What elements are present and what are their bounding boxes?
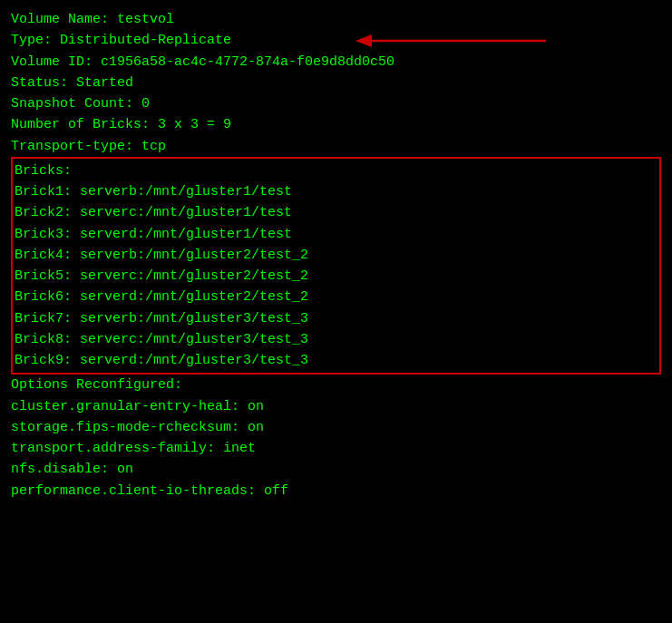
option-client-io-threads: performance.client-io-threads: off bbox=[11, 481, 661, 501]
line-type: Type: Distributed-Replicate bbox=[11, 30, 661, 51]
brick-4: Brick4: serverb:/mnt/gluster2/test_2 bbox=[13, 245, 659, 266]
option-nfs-disable: nfs.disable: on bbox=[11, 459, 661, 480]
bricks-header: Bricks: bbox=[13, 161, 659, 181]
line-volume-id: Volume ID: c1956a58-ac4c-4772-874a-f0e9d… bbox=[11, 52, 661, 73]
brick-3: Brick3: serverd:/mnt/gluster1/test bbox=[13, 224, 659, 245]
brick-2: Brick2: serverc:/mnt/gluster1/test bbox=[13, 202, 659, 223]
brick-9: Brick9: serverd:/mnt/gluster3/test_3 bbox=[13, 350, 659, 371]
bricks-section: Bricks: Brick1: serverb:/mnt/gluster1/te… bbox=[11, 157, 661, 375]
line-status: Status: Started bbox=[11, 73, 661, 93]
option-granular-entry-heal: cluster.granular-entry-heal: on bbox=[11, 396, 661, 417]
brick-5: Brick5: serverc:/mnt/gluster2/test_2 bbox=[13, 266, 659, 287]
brick-8: Brick8: serverc:/mnt/gluster3/test_3 bbox=[13, 329, 659, 350]
options-header: Options Reconfigured: bbox=[11, 375, 661, 395]
brick-1: Brick1: serverb:/mnt/gluster1/test bbox=[13, 181, 659, 202]
brick-7: Brick7: serverb:/mnt/gluster3/test_3 bbox=[13, 308, 659, 329]
line-snapshot-count: Snapshot Count: 0 bbox=[11, 93, 661, 114]
line-transport-type: Transport-type: tcp bbox=[11, 136, 661, 157]
terminal-output: Volume Name: testvol Type: Distributed-R… bbox=[11, 9, 661, 501]
line-num-bricks: Number of Bricks: 3 x 3 = 9 bbox=[11, 114, 661, 135]
line-volume-name: Volume Name: testvol bbox=[11, 9, 661, 30]
option-fips-mode: storage.fips-mode-rchecksum: on bbox=[11, 417, 661, 438]
brick-6: Brick6: serverd:/mnt/gluster2/test_2 bbox=[13, 287, 659, 307]
option-address-family: transport.address-family: inet bbox=[11, 438, 661, 459]
